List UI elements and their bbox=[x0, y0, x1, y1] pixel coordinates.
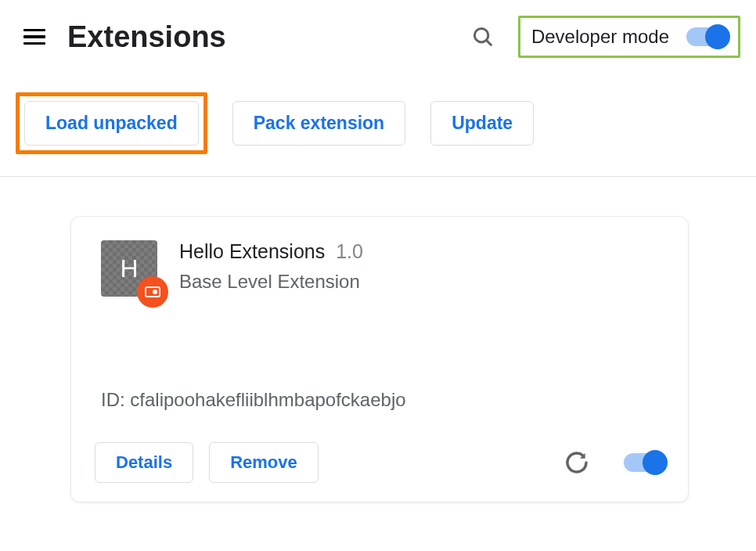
extension-id-label: ID: bbox=[101, 389, 130, 410]
extension-name: Hello Extensions bbox=[179, 240, 325, 263]
load-unpacked-highlight: Load unpacked bbox=[16, 92, 207, 154]
header: Extensions Developer mode bbox=[0, 0, 756, 74]
extension-id-row: ID: cfalipoohakefliiblhmbapofckaebjo bbox=[101, 389, 664, 411]
svg-point-0 bbox=[474, 28, 488, 42]
developer-mode-toggle[interactable] bbox=[686, 27, 727, 46]
extension-enable-toggle[interactable] bbox=[624, 453, 664, 472]
extension-header: H Hello Extensions 1.0 Base Level Extens… bbox=[95, 240, 664, 297]
extension-card: H Hello Extensions 1.0 Base Level Extens… bbox=[70, 216, 689, 502]
extension-name-row: Hello Extensions 1.0 bbox=[179, 240, 664, 263]
extension-meta: Hello Extensions 1.0 Base Level Extensio… bbox=[179, 240, 664, 297]
load-unpacked-button[interactable]: Load unpacked bbox=[24, 101, 199, 146]
extension-id-value: cfalipoohakefliiblhmbapofckaebjo bbox=[130, 389, 405, 410]
extension-description: Base Level Extension bbox=[179, 271, 664, 293]
toolbar: Load unpacked Pack extension Update bbox=[0, 74, 756, 177]
pack-extension-button[interactable]: Pack extension bbox=[232, 101, 405, 146]
extension-version: 1.0 bbox=[336, 240, 363, 263]
unpacked-badge-icon bbox=[137, 276, 168, 308]
details-button[interactable]: Details bbox=[95, 442, 193, 483]
page-title: Extensions bbox=[67, 20, 452, 54]
svg-line-1 bbox=[486, 40, 491, 45]
extension-icon-wrap: H bbox=[101, 240, 157, 297]
developer-mode-label: Developer mode bbox=[531, 26, 669, 48]
search-icon[interactable] bbox=[471, 25, 495, 49]
menu-icon[interactable] bbox=[20, 26, 49, 49]
developer-mode-container: Developer mode bbox=[518, 16, 740, 58]
reload-icon[interactable] bbox=[564, 450, 589, 475]
extension-actions: Details Remove bbox=[95, 442, 664, 483]
update-button[interactable]: Update bbox=[430, 101, 534, 146]
extensions-list: H Hello Extensions 1.0 Base Level Extens… bbox=[0, 177, 756, 542]
remove-button[interactable]: Remove bbox=[209, 442, 319, 483]
